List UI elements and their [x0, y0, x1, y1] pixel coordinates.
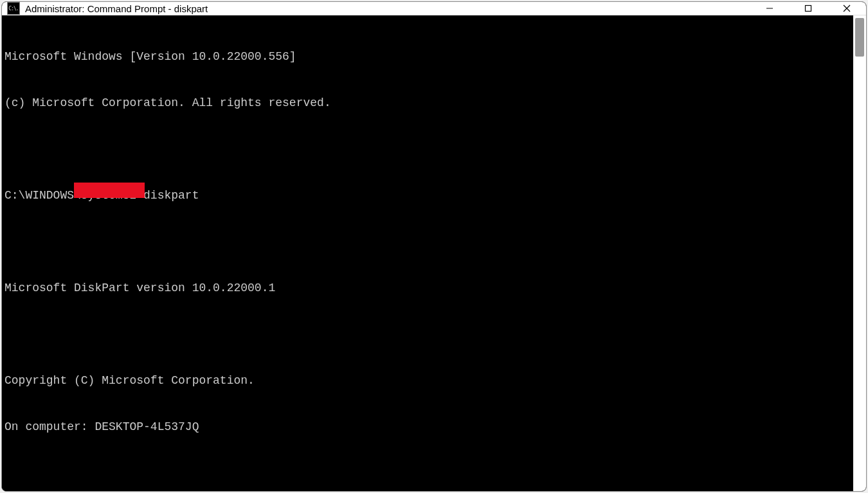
output-line: Microsoft Windows [Version 10.0.22000.55…	[5, 49, 851, 64]
scrollbar-thumb[interactable]	[855, 18, 864, 57]
output-line: On computer: DESKTOP-4L537JQ	[5, 419, 851, 435]
cmd-icon: C:\.	[7, 2, 20, 15]
minimize-button[interactable]	[750, 2, 789, 15]
red-underline-annotation	[74, 183, 145, 198]
close-icon	[842, 4, 851, 13]
minimize-icon	[766, 4, 773, 12]
window-title: Administrator: Command Prompt - diskpart	[25, 3, 750, 14]
maximize-button[interactable]	[789, 2, 827, 15]
output-line: Copyright (C) Microsoft Corporation.	[5, 373, 851, 388]
maximize-icon	[804, 4, 812, 12]
output-line	[5, 141, 851, 157]
output-line: (c) Microsoft Corporation. All rights re…	[5, 95, 851, 111]
close-button[interactable]	[827, 2, 866, 15]
terminal-output[interactable]: Microsoft Windows [Version 10.0.22000.55…	[2, 15, 853, 492]
output-line	[5, 465, 851, 481]
output-line	[5, 234, 851, 249]
output-line	[5, 327, 851, 342]
titlebar[interactable]: C:\. Administrator: Command Prompt - dis…	[2, 2, 866, 15]
terminal-body: Microsoft Windows [Version 10.0.22000.55…	[2, 15, 866, 492]
output-line: Microsoft DiskPart version 10.0.22000.1	[5, 280, 851, 296]
scrollbar-track[interactable]	[853, 15, 866, 492]
svg-rect-1	[806, 6, 811, 12]
window-controls	[750, 2, 866, 15]
cmd-window: C:\. Administrator: Command Prompt - dis…	[1, 1, 867, 492]
